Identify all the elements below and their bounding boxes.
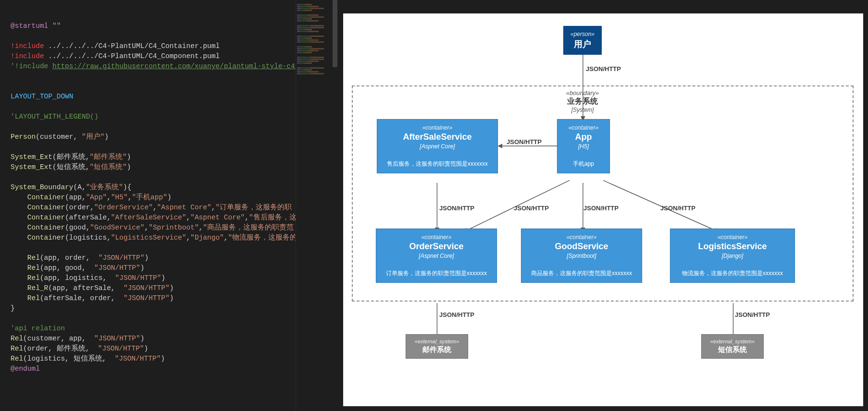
node-tech: [H5] <box>564 143 603 150</box>
code-line[interactable]: Container(afterSale,"AfterSaleService","… <box>11 213 332 223</box>
code-line[interactable]: 'LAYOUT_WITH_LEGEND() <box>11 112 332 122</box>
node-title: OrderService <box>383 242 490 252</box>
node-stereotype: «container» <box>677 234 788 241</box>
node-person-user: «person» 用户 <box>563 26 602 55</box>
code-line[interactable]: Rel(afterSale, order, "JSON/HTTP") <box>11 293 332 303</box>
node-container-logistics: «container» LogisticsService [Django] 物流… <box>670 229 795 283</box>
boundary-title: 业务系统 <box>549 97 616 107</box>
node-container-app: «container» App [H5] 手机app <box>557 119 610 173</box>
code-line[interactable]: '!include https://raw.githubusercontent.… <box>11 61 332 72</box>
node-description: 订单服务，这服务的职责范围是xxxxxxx <box>383 270 490 278</box>
code-line[interactable]: @enduml <box>11 364 332 374</box>
node-title: GoodService <box>528 242 635 252</box>
node-stereotype: «container» <box>384 124 491 131</box>
code-line[interactable]: System_Boundary(A,"业务系统"){ <box>11 182 332 193</box>
node-stereotype: «external_system» <box>411 338 463 344</box>
node-stereotype: «container» <box>564 124 603 131</box>
code-line[interactable]: Rel(customer, app, "JSON/HTTP") <box>11 334 332 344</box>
node-container-aftersale: «container» AfterSaleService [Aspnet Cor… <box>377 119 498 173</box>
node-stereotype: «container» <box>528 234 635 241</box>
edge-label: JSON/HTTP <box>439 205 474 212</box>
node-external-sms: «external_system» 短信系统 <box>701 334 764 359</box>
node-tech: [Aspnet Core] <box>384 143 491 150</box>
code-line[interactable]: Rel(app, good, "JSON/HTTP") <box>11 263 332 273</box>
boundary-label: «boundary» 业务系统 [System] <box>549 89 616 113</box>
node-title: 邮件系统 <box>411 345 463 354</box>
code-line[interactable] <box>11 314 332 324</box>
code-line[interactable]: Person(customer, "用户") <box>11 132 332 142</box>
edge-label: JSON/HTTP <box>439 311 474 318</box>
node-title: AfterSaleService <box>384 132 491 142</box>
code-line[interactable]: Rel(app, order, "JSON/HTTP") <box>11 253 332 263</box>
node-title: LogisticsService <box>677 242 788 252</box>
node-tech: [Django] <box>677 253 788 259</box>
boundary-stereotype: «boundary» <box>549 89 616 97</box>
code-line[interactable]: Rel(order, 邮件系统, "JSON/HTTP") <box>11 344 332 354</box>
node-description: 物流服务，这服务的职责范围是xxxxxxx <box>677 270 788 278</box>
code-editor[interactable]: @startuml "" !include ../../../../C4-Pla… <box>0 0 332 411</box>
code-line[interactable]: Container(logistics,"LogisticsService","… <box>11 233 332 243</box>
node-stereotype: «external_system» <box>707 338 758 344</box>
code-line[interactable] <box>11 82 332 92</box>
node-external-mail: «external_system» 邮件系统 <box>406 334 468 359</box>
editor-minimap[interactable] <box>296 0 332 411</box>
node-description: 手机app <box>564 160 603 168</box>
node-container-order: «container» OrderService [Aspnet Core] 订… <box>376 229 497 283</box>
edge-label: JSON/HTTP <box>507 138 542 145</box>
node-title: App <box>564 132 603 142</box>
edge-label: JSON/HTTP <box>586 65 621 73</box>
code-line[interactable]: 'api relation <box>11 324 332 334</box>
code-line[interactable]: !include ../../../../C4-PlantUML/C4_Cont… <box>11 41 332 51</box>
boundary-subtitle: [System] <box>549 107 616 113</box>
code-line[interactable]: Rel(logistics, 短信系统, "JSON/HTTP") <box>11 354 332 364</box>
node-description: 商品服务，这服务的职责范围是xxxxxxx <box>528 270 635 278</box>
editor-scrollbar[interactable] <box>332 0 338 411</box>
code-line[interactable]: @startuml "" <box>11 21 332 31</box>
code-line[interactable]: !include ../../../../C4-PlantUML/C4_Comp… <box>11 51 332 61</box>
code-line[interactable] <box>11 142 332 152</box>
node-container-good: «container» GoodService [Sprintboot] 商品服… <box>521 229 642 283</box>
code-line[interactable]: System_Ext(邮件系统,"邮件系统") <box>11 152 332 162</box>
node-stereotype: «person» <box>570 31 595 37</box>
code-line[interactable]: Container(order,"OrderService","Aspnet C… <box>11 203 332 213</box>
code-line[interactable] <box>11 102 332 112</box>
code-line[interactable]: Rel(app, logistics, "JSON/HTTP") <box>11 273 332 283</box>
code-line[interactable] <box>11 31 332 41</box>
node-tech: [Sprintboot] <box>528 253 635 259</box>
node-tech: [Aspnet Core] <box>383 253 490 259</box>
code-line[interactable]: LAYOUT_TOP_DOWN <box>11 92 332 102</box>
code-line[interactable] <box>11 122 332 132</box>
code-line[interactable]: } <box>11 303 332 314</box>
node-title: 短信系统 <box>707 345 758 354</box>
diagram-canvas[interactable]: «person» 用户 «boundary» 业务系统 [System] «co… <box>343 13 863 406</box>
node-stereotype: «container» <box>383 234 490 241</box>
diagram-preview-pane: «person» 用户 «boundary» 业务系统 [System] «co… <box>338 0 868 411</box>
code-line[interactable] <box>11 172 332 182</box>
edge-label: JSON/HTTP <box>583 205 619 212</box>
edge-label: JSON/HTTP <box>735 311 770 318</box>
node-description: 售后服务，这服务的职责范围是xxxxxxx <box>384 160 491 168</box>
code-line[interactable]: Container(good,"GoodService","Sprintboot… <box>11 223 332 233</box>
code-line[interactable] <box>11 243 332 253</box>
edge-label: JSON/HTTP <box>660 205 695 212</box>
code-line[interactable] <box>11 72 332 82</box>
code-line[interactable]: System_Ext(短信系统,"短信系统") <box>11 162 332 172</box>
edge-label: JSON/HTTP <box>514 205 549 212</box>
code-line[interactable]: Rel_R(app, afterSale, "JSON/HTTP") <box>11 283 332 293</box>
node-title: 用户 <box>570 38 595 50</box>
code-line[interactable]: Container(app,"App","H5","手机app") <box>11 193 332 203</box>
